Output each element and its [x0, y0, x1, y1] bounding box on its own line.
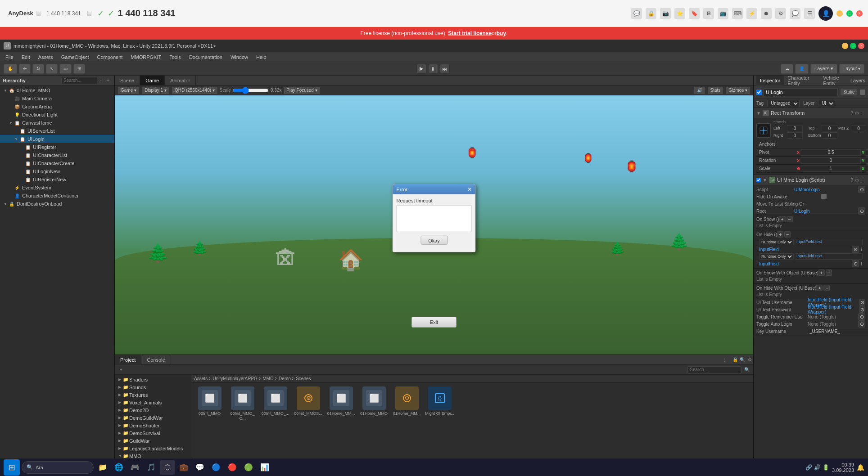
pt-item-legacychars[interactable]: ▶ 📁 LegacyCharacterModels — [115, 445, 191, 452]
tab-game[interactable]: Game — [140, 76, 165, 85]
bottom-panel-menu[interactable]: ⋮ — [721, 356, 728, 364]
hierarchy-item-uiregisternew[interactable]: 📋 UIRegisterNew — [0, 175, 114, 184]
script-file-ref[interactable]: UIMmoLogin — [794, 187, 820, 192]
chat-icon[interactable]: 💬 — [631, 8, 642, 19]
asset-item-01homes[interactable]: ⚙ 01Home_MM... — [392, 386, 421, 421]
menu-assets[interactable]: Assets — [35, 54, 57, 61]
taskbar-discord[interactable]: 💬 — [193, 460, 207, 475]
menu-gameobject[interactable]: GameObject — [58, 54, 93, 61]
transform-tool-button[interactable]: ⊞ — [73, 64, 85, 74]
unity-minimize-button[interactable]: ─ — [842, 43, 848, 49]
taskbar-item9[interactable]: 🟢 — [241, 460, 256, 475]
asset-item-00initm[interactable]: ⬜ 00Init_MMO_... — [261, 386, 290, 421]
scale-x-input[interactable] — [801, 166, 861, 172]
search-bar[interactable]: 🔍 Ara — [22, 461, 94, 474]
hierarchy-item-uilogin[interactable]: ▼ 📋 UILogin — [0, 135, 114, 143]
root-pick-button[interactable]: ⊙ — [858, 207, 865, 215]
hierarchy-item-maincamera[interactable]: 🎥 Main Camera — [0, 94, 114, 103]
posz-value-input[interactable] — [852, 125, 865, 131]
keyboard-icon[interactable]: ⌨ — [732, 8, 743, 19]
display-selector-button[interactable]: Display 1 ▾ — [141, 86, 170, 94]
hierarchy-item-canvashome[interactable]: ▼ 📋 CanvasHome — [0, 119, 114, 127]
unity-close-button[interactable]: ✕ — [858, 43, 864, 49]
start-button[interactable]: ⊞ — [4, 459, 20, 476]
menu-window[interactable]: Window — [227, 54, 252, 61]
layer-selector[interactable]: UI — [818, 100, 835, 107]
hierarchy-item-root[interactable]: ▼ 🏠 01Home_MMO — [0, 86, 114, 94]
inputfield-pick-1[interactable]: ⊙ — [852, 246, 859, 253]
taskbar-file-manager[interactable]: 📁 — [95, 460, 110, 475]
right-value-input[interactable] — [787, 132, 803, 139]
project-settings-button[interactable]: ⚙ — [746, 356, 753, 364]
hierarchy-item-uiserverlist[interactable]: 📋 UIServerList — [0, 127, 114, 135]
minimize-button[interactable]: ─ — [836, 10, 843, 17]
notification-button[interactable]: 🔔 — [857, 464, 864, 471]
hide-on-awake-checkbox[interactable] — [821, 194, 827, 199]
inspector-tab-inspector[interactable]: Inspector — [756, 76, 784, 85]
hierarchy-item-uiregister[interactable]: 📋 UIRegister — [0, 143, 114, 151]
on-hide-with-remove[interactable]: − — [823, 285, 830, 291]
asset-item-might[interactable]: {} Might Of Empi... — [425, 386, 454, 421]
buy-link[interactable]: buy — [497, 30, 506, 36]
menu-mmorpgkit[interactable]: MMORPGKIT — [127, 54, 165, 61]
script-settings-button[interactable]: ⚙ — [855, 178, 859, 183]
hand-tool-button[interactable]: ✋ — [4, 64, 17, 74]
pt-item-demoguildwar[interactable]: ▶ 📁 DemoGuildWar — [115, 414, 191, 422]
scale-slider[interactable] — [233, 88, 269, 93]
exit-button[interactable]: Exit — [411, 317, 457, 328]
on-show-with-add[interactable]: + — [818, 269, 825, 276]
resolution-selector-button[interactable]: QHD (2560x1440) ▾ — [172, 86, 218, 94]
password-ref[interactable]: InputField (Input Field Wrapper) — [808, 305, 858, 314]
play-focused-button[interactable]: Play Focused ▾ — [283, 86, 320, 94]
tab-project[interactable]: Project — [115, 355, 141, 365]
asset-item-01homed[interactable]: ⬜ 01Home_MMO — [359, 386, 389, 421]
taskbar-item10[interactable]: 📊 — [258, 460, 272, 475]
anchor-preview-icon[interactable] — [756, 123, 771, 138]
pt-item-textures[interactable]: ▶ 📁 Textures — [115, 391, 191, 399]
left-value-input[interactable] — [787, 125, 803, 131]
hierarchy-search-input[interactable] — [61, 77, 97, 84]
tag-selector[interactable]: Untagged — [767, 100, 800, 107]
stats-button[interactable]: Stats — [707, 86, 724, 94]
comment-icon[interactable]: 💭 — [790, 8, 800, 19]
collab-button[interactable]: ☁ — [781, 64, 793, 74]
menu-icon[interactable]: ☰ — [804, 8, 815, 19]
asset-item-00init[interactable]: ⬜ 00Init_MMO — [195, 386, 224, 421]
script-info-button[interactable]: ? — [850, 178, 853, 183]
taskbar-steam[interactable]: 💼 — [176, 460, 191, 475]
pt-item-demosurvival[interactable]: ▶ 📁 DemoSurvival — [115, 429, 191, 437]
inspector-tab-vehicle[interactable]: Vehicle Entity — [819, 76, 850, 85]
script-comp-header[interactable]: ▼ C# UI Mmo Login (Script) ? ⚙ ⋮ — [754, 175, 868, 185]
asset-item-01home[interactable]: ⬜ 01Home_MM... — [326, 386, 356, 421]
taskbar-game[interactable]: 🎮 — [128, 460, 142, 475]
pt-item-guildwar[interactable]: ▶ 📁 GuildWar — [115, 437, 191, 445]
username-pick[interactable]: ⊙ — [859, 299, 865, 306]
hierarchy-item-uicharacterlist[interactable]: 📋 UICharacterList — [0, 151, 114, 159]
hierarchy-menu-button[interactable]: ⋮ — [97, 77, 104, 84]
pt-item-demoshooter[interactable]: ▶ 📁 DemoShooter — [115, 422, 191, 429]
rotation-x-input[interactable] — [801, 157, 861, 164]
autologin-pick[interactable]: ⊙ — [858, 320, 865, 328]
taskbar-browser[interactable]: 🌐 — [112, 460, 126, 475]
close-button[interactable]: ✕ — [856, 10, 863, 17]
tab-scene[interactable]: Scene — [115, 76, 140, 85]
settings-icon[interactable]: ⚙ — [775, 8, 786, 19]
on-show-with-remove[interactable]: − — [826, 269, 832, 276]
layers-button[interactable]: Layers ▾ — [810, 64, 837, 74]
project-filter-button[interactable]: 🔍 — [743, 366, 750, 373]
pt-item-demo2d[interactable]: ▶ 📁 Demo2D — [115, 406, 191, 414]
lock-icon[interactable]: 🔒 — [646, 8, 656, 19]
hierarchy-add-button[interactable]: + — [104, 77, 112, 84]
maximize-button[interactable]: □ — [846, 10, 853, 17]
unity-maximize-button[interactable]: □ — [850, 43, 856, 49]
monitor2-icon[interactable]: 📺 — [718, 8, 728, 19]
on-hide-remove-button[interactable]: − — [784, 231, 791, 238]
lightning-icon[interactable]: ⚡ — [746, 8, 757, 19]
star-icon[interactable]: ⭐ — [674, 8, 685, 19]
taskbar-browser2[interactable]: 🔵 — [209, 460, 223, 475]
keyusername-input[interactable] — [808, 328, 868, 334]
on-show-add-button[interactable]: + — [779, 216, 786, 222]
on-hide-add-button[interactable]: + — [777, 231, 783, 238]
runtime-select-1[interactable]: Runtime Only — [759, 239, 794, 245]
menu-edit[interactable]: Edit — [18, 54, 34, 61]
